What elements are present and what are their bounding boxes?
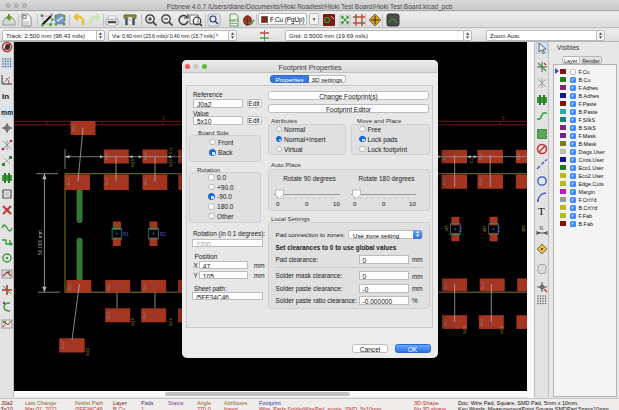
svg-text:5x10: 5x10 bbox=[86, 348, 90, 356]
svg-text:J0a2: J0a2 bbox=[143, 284, 147, 291]
svg-text:5x10: 5x10 bbox=[500, 326, 504, 334]
svg-text:J0a2: J0a2 bbox=[443, 153, 447, 160]
svg-text:T: T bbox=[538, 205, 545, 217]
svg-text:R11: R11 bbox=[496, 224, 501, 232]
svg-text:J0a2: J0a2 bbox=[443, 178, 447, 185]
svg-text:J0a2: J0a2 bbox=[481, 282, 485, 289]
svg-text:5x10: 5x10 bbox=[169, 318, 173, 326]
svg-text:mm: mm bbox=[1, 109, 13, 116]
svg-text:J0a2: J0a2 bbox=[61, 342, 65, 349]
svg-text:J0a2: J0a2 bbox=[107, 284, 111, 291]
svg-text:5+1: 5+1 bbox=[168, 146, 173, 154]
svg-text:J0a2: J0a2 bbox=[105, 153, 109, 160]
svg-text:J0a2: J0a2 bbox=[143, 312, 147, 319]
svg-text:J0a2: J0a2 bbox=[444, 282, 448, 289]
svg-text:J0a2: J0a2 bbox=[517, 153, 521, 160]
svg-text:J0a2: J0a2 bbox=[144, 153, 148, 160]
svg-text:5x10: 5x10 bbox=[463, 326, 467, 334]
svg-text:J0a2: J0a2 bbox=[480, 319, 484, 326]
svg-text:NET: NET bbox=[230, 18, 239, 23]
svg-text:J0a2: J0a2 bbox=[107, 312, 111, 319]
svg-text:J0a2: J0a2 bbox=[68, 284, 72, 291]
svg-text:5+1: 5+1 bbox=[469, 155, 474, 163]
svg-text:J0a2: J0a2 bbox=[105, 178, 109, 185]
svg-text:R1: R1 bbox=[123, 232, 129, 237]
svg-text:J0a2: J0a2 bbox=[67, 178, 71, 185]
svg-text:5: 5 bbox=[502, 116, 505, 121]
svg-text:5x10: 5x10 bbox=[169, 159, 173, 167]
svg-text:287: 287 bbox=[482, 225, 487, 232]
svg-text:J0a2: J0a2 bbox=[479, 153, 483, 160]
svg-text:145: 145 bbox=[444, 225, 449, 232]
svg-text:380: 380 bbox=[521, 225, 526, 232]
svg-text:5x10: 5x10 bbox=[131, 159, 135, 167]
svg-text:R61: R61 bbox=[458, 224, 463, 232]
svg-text:In: In bbox=[2, 92, 9, 101]
svg-text:J0a2: J0a2 bbox=[444, 319, 448, 326]
svg-text:J0a2: J0a2 bbox=[479, 178, 483, 185]
svg-text:R2: R2 bbox=[160, 232, 166, 237]
svg-text:1: 1 bbox=[162, 116, 165, 121]
svg-text:50.000 mm: 50.000 mm bbox=[37, 230, 43, 255]
svg-text:N: N bbox=[540, 225, 544, 231]
svg-text:5x10: 5x10 bbox=[131, 318, 135, 326]
svg-text:J0a2: J0a2 bbox=[144, 178, 148, 185]
svg-text:J0a2: J0a2 bbox=[72, 125, 76, 132]
